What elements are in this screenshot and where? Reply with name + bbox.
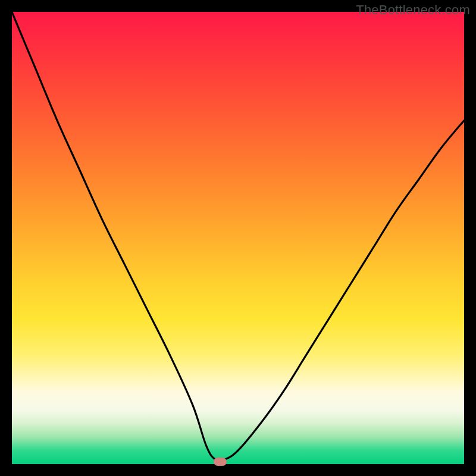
min-marker	[214, 458, 227, 466]
bottleneck-curve	[12, 12, 464, 461]
chart-frame: TheBottleneck.com	[0, 0, 476, 476]
curve-layer	[12, 12, 464, 464]
plot-area	[12, 12, 464, 464]
